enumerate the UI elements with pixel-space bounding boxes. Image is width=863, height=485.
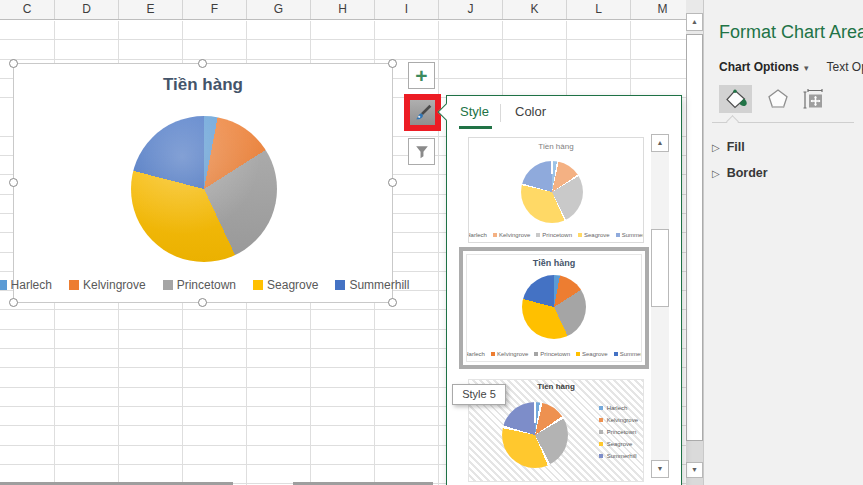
- column-headers: C D E F G H I J K L M: [0, 0, 686, 20]
- scroll-down-button[interactable]: ▼: [686, 462, 703, 478]
- thumbnail-legend-vertical: Harlech Kelvingrove Princetown Seagrove …: [599, 405, 638, 459]
- legend-label: Kelvingrove: [83, 278, 146, 292]
- tab-style[interactable]: Style: [460, 104, 489, 119]
- pentagon-icon: [766, 87, 790, 111]
- flyout-scrollbar[interactable]: ▲ ▼: [651, 134, 669, 478]
- resize-handle-top-right[interactable]: [388, 59, 397, 68]
- fill-line-tab[interactable]: [719, 85, 752, 113]
- collapsed-triangle-icon: ▷: [712, 168, 720, 179]
- legend-swatch: [253, 280, 263, 290]
- resize-handle-bottom-left[interactable]: [9, 298, 18, 307]
- chart-styles-flyout: Style Color Tiền hàng Harlech Kelvingrov…: [446, 95, 682, 485]
- legend-item[interactable]: Summerhill: [335, 278, 409, 292]
- scroll-up-button[interactable]: ▲: [651, 134, 669, 152]
- down-arrow-icon: ▼: [691, 466, 698, 473]
- text-options-tab[interactable]: Text Options: [827, 60, 863, 74]
- thumbnail-chart-title: Tiền hàng: [469, 142, 643, 151]
- thumbnail-pie: [502, 402, 568, 468]
- pane-title: Format Chart Area: [719, 22, 863, 43]
- up-arrow-icon: ▲: [691, 18, 698, 25]
- effects-tab[interactable]: [763, 85, 793, 113]
- scrollbar-thumb[interactable]: [686, 34, 703, 441]
- legend-swatch: [0, 280, 7, 290]
- scroll-up-button[interactable]: ▲: [686, 13, 703, 31]
- chart-styles-button[interactable]: [410, 100, 435, 125]
- active-tab-underline: [459, 126, 492, 129]
- legend-swatch: [335, 280, 345, 290]
- scrollbar-thumb[interactable]: [651, 229, 669, 307]
- tab-color[interactable]: Color: [515, 104, 546, 119]
- legend-label: Harlech: [11, 278, 52, 292]
- thumbnail-legend: Harlech Kelvingrove Princetown Seagrove …: [467, 351, 641, 357]
- legend-label: Seagrove: [267, 278, 318, 292]
- style-5-tooltip: Style 5: [452, 384, 506, 405]
- style-thumbnail-selected-frame: Tiền hàng Harlech Kelvingrove Princetown…: [459, 247, 649, 369]
- tab-separator: [500, 104, 501, 122]
- legend-item[interactable]: Kelvingrove: [69, 278, 146, 292]
- column-header-c[interactable]: C: [0, 0, 55, 19]
- up-arrow-icon: ▲: [657, 139, 664, 146]
- funnel-icon: [414, 144, 430, 160]
- style-thumbnail-current[interactable]: Tiền hàng Harlech Kelvingrove Princetown…: [466, 254, 642, 362]
- legend-item[interactable]: Princetown: [163, 278, 236, 292]
- size-properties-icon: [801, 87, 825, 111]
- resize-handle-mid-right[interactable]: [388, 178, 397, 187]
- pane-option-tabs: Chart Options▾Text Options: [719, 60, 863, 74]
- thumbnail-legend: Harlech Kelvingrove Princetown Seagrove …: [469, 232, 643, 238]
- resize-handle-top-center[interactable]: [198, 59, 207, 68]
- collapsed-triangle-icon: ▷: [712, 142, 720, 153]
- legend-label: Summerhill: [349, 278, 409, 292]
- legend-swatch: [163, 280, 173, 290]
- plus-icon: +: [415, 65, 427, 86]
- sheet-vertical-scrollbar[interactable]: ▲ ▼: [686, 0, 703, 485]
- scroll-down-button[interactable]: ▼: [651, 460, 669, 478]
- pie-chart-object[interactable]: Tiền hàng Harlech Kelvingrove Princetown…: [13, 63, 393, 303]
- legend-swatch: [69, 280, 79, 290]
- style-thumbnail-1[interactable]: Tiền hàng Harlech Kelvingrove Princetown…: [468, 137, 644, 243]
- resize-handle-bottom-right[interactable]: [388, 298, 397, 307]
- thumbnail-pie: [521, 161, 583, 223]
- chevron-down-icon[interactable]: ▾: [804, 63, 809, 73]
- chart-filters-button[interactable]: [408, 138, 435, 165]
- column-header-g[interactable]: G: [247, 0, 311, 19]
- border-section-label: Border: [727, 166, 768, 180]
- resize-handle-top-left[interactable]: [9, 59, 18, 68]
- column-header-j[interactable]: J: [439, 0, 503, 19]
- chart-legend[interactable]: Harlech Kelvingrove Princetown Seagrove …: [14, 278, 392, 292]
- chart-options-tab[interactable]: Chart Options: [719, 60, 799, 74]
- legend-label: Princetown: [177, 278, 236, 292]
- size-properties-tab[interactable]: [798, 85, 828, 113]
- resize-handle-mid-left[interactable]: [9, 178, 18, 187]
- legend-item[interactable]: Harlech: [0, 278, 52, 292]
- column-header-e[interactable]: E: [119, 0, 183, 19]
- chart-title[interactable]: Tiền hàng: [14, 75, 392, 95]
- resize-handle-bottom-center[interactable]: [198, 298, 207, 307]
- format-chart-area-pane: Format Chart Area Chart Options▾Text Opt…: [703, 0, 863, 485]
- column-header-i[interactable]: I: [375, 0, 439, 19]
- excel-window: C D E F G H I J K L M Tiền hàng Harlech …: [0, 0, 863, 485]
- thumbnail-pie: [522, 275, 586, 339]
- border-section[interactable]: ▷Border: [712, 163, 768, 181]
- down-arrow-icon: ▼: [657, 465, 664, 472]
- paintbrush-icon: [413, 103, 432, 122]
- active-tab-notch: [726, 115, 739, 128]
- chart-elements-button[interactable]: +: [408, 62, 435, 89]
- column-header-l[interactable]: L: [567, 0, 631, 19]
- column-header-h[interactable]: H: [311, 0, 375, 19]
- pie-plot[interactable]: [131, 116, 277, 262]
- column-header-f[interactable]: F: [183, 0, 247, 19]
- paint-bucket-icon: [724, 87, 748, 111]
- fill-section-label: Fill: [727, 140, 745, 154]
- legend-item[interactable]: Seagrove: [253, 278, 318, 292]
- fill-section[interactable]: ▷Fill: [712, 137, 745, 155]
- annotation-highlight-box: [404, 94, 441, 131]
- thumbnail-chart-title: Tiền hàng: [467, 258, 641, 268]
- column-header-k[interactable]: K: [503, 0, 567, 19]
- column-header-d[interactable]: D: [55, 0, 119, 19]
